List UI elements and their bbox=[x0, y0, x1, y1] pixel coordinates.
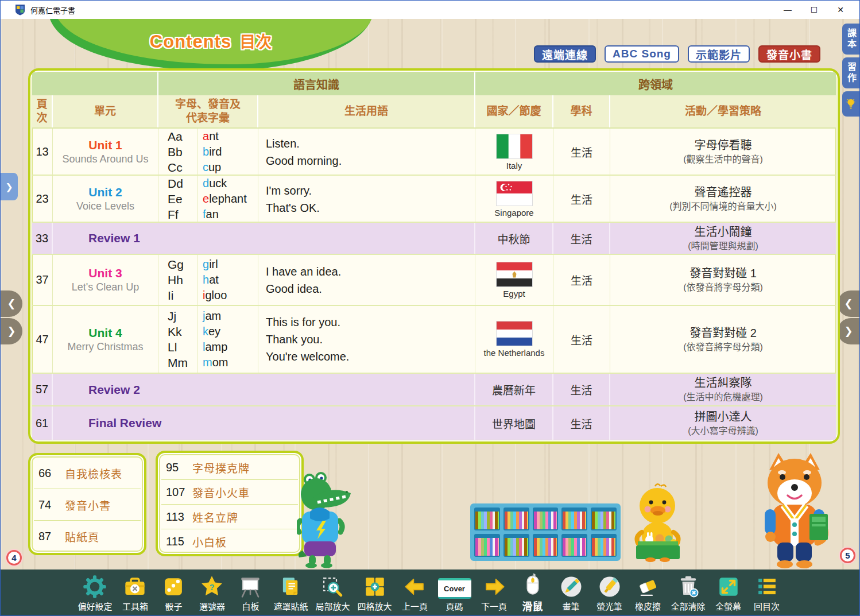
toolbar-item-mask-sticker[interactable]: 遮罩貼紙 bbox=[272, 574, 309, 612]
toolbar-item-label: 局部放大 bbox=[315, 600, 350, 612]
toolbar-item-number-picker[interactable]: ?選號器 bbox=[195, 574, 228, 612]
mouse-icon bbox=[521, 572, 545, 597]
page-badge-right: 5 bbox=[840, 548, 855, 563]
phonics-book-button[interactable]: 發音小書 bbox=[758, 45, 820, 63]
app-window: 何嘉仁電子書 — ☐ ✕ Contents目次 遠端連線ABC Song示範影片… bbox=[0, 0, 860, 616]
shiba-dog-mascot bbox=[749, 452, 840, 569]
top-button-row: 遠端連線ABC Song示範影片發音小書 bbox=[534, 45, 820, 63]
star-question-icon: ? bbox=[200, 574, 224, 599]
crocodile-mascot bbox=[297, 464, 355, 569]
arrow-left-icon bbox=[403, 574, 427, 599]
arrow-right-icon bbox=[482, 574, 506, 599]
cell-festival: 農曆新年 bbox=[475, 374, 553, 405]
unit-title: Unit 2 bbox=[53, 185, 158, 199]
bookshelf-illustration bbox=[470, 503, 621, 561]
side-tab-hint[interactable] bbox=[842, 91, 859, 117]
toolbar-item-toolbox[interactable]: 工具箱 bbox=[118, 574, 152, 612]
word: jam bbox=[203, 308, 258, 324]
svg-text:?: ? bbox=[210, 582, 215, 591]
side-tab-workbook[interactable]: 習作 bbox=[842, 57, 859, 88]
toolbar-item-eraser[interactable]: 橡皮擦 bbox=[632, 574, 665, 612]
appendix-label: 發音小書 bbox=[65, 497, 111, 513]
word: lamp bbox=[203, 339, 258, 355]
remote-connect-button[interactable]: 遠端連線 bbox=[534, 45, 596, 63]
toolbar-item-prev-page[interactable]: 上一頁 bbox=[398, 574, 432, 612]
word: fan bbox=[203, 207, 258, 222]
toolbar-item-area-zoom[interactable]: 局部放大 bbox=[314, 574, 351, 612]
phrase-line: I have an idea. bbox=[266, 263, 475, 280]
review-title: Final Review bbox=[53, 406, 475, 440]
review-title: Review 1 bbox=[53, 223, 475, 254]
prev-page-edge-button-right[interactable]: ❮ bbox=[838, 290, 859, 317]
toolbar-item-pen[interactable]: 畫筆 bbox=[555, 574, 588, 612]
cell-page-number: 37 bbox=[32, 255, 53, 305]
word: elephant bbox=[203, 191, 258, 207]
italy-flag-icon bbox=[496, 134, 533, 159]
close-button[interactable]: ✕ bbox=[827, 2, 854, 18]
toolbar-item-preferences[interactable]: 偏好設定 bbox=[76, 574, 113, 612]
word: girl bbox=[203, 257, 258, 272]
page-canvas: Contents目次 遠端連線ABC Song示範影片發音小書 課本習作 ❯ ❮… bbox=[1, 19, 859, 569]
toolbar-item-dice[interactable]: 骰子 bbox=[157, 574, 190, 612]
appendix-box-1: 66自我檢核表74發音小書87貼紙頁 bbox=[28, 453, 146, 555]
easel-icon bbox=[238, 574, 262, 599]
toolbar-item-next-page[interactable]: 下一頁 bbox=[478, 574, 511, 612]
letter-pair: Cc bbox=[168, 160, 197, 175]
toolbar-item-page-number[interactable]: Cover頁碼 bbox=[437, 574, 472, 612]
toolbar-item-label: 回目次 bbox=[754, 600, 780, 612]
toolbar-item-back-to-contents[interactable]: 回目次 bbox=[750, 574, 784, 612]
maximize-button[interactable]: ☐ bbox=[801, 2, 827, 18]
cell-activity: 發音對對碰 1(依發音將字母分類) bbox=[610, 255, 836, 305]
activity-title: 生活糾察隊 bbox=[695, 375, 752, 390]
toolbar-item-label: 白板 bbox=[242, 600, 259, 612]
pen-icon bbox=[559, 574, 583, 599]
cell-words: duckelephantfan bbox=[197, 176, 258, 222]
toolbar-item-label: 全螢幕 bbox=[715, 600, 741, 612]
appendix-page-number: 74 bbox=[38, 498, 65, 512]
toolbar-item-label: 四格放大 bbox=[358, 600, 392, 612]
letter-pair: Ii bbox=[168, 288, 197, 303]
activity-note: (大小寫字母辨識) bbox=[688, 424, 758, 437]
toolbar-item-fullscreen[interactable]: 全螢幕 bbox=[712, 574, 745, 612]
unit-title: Unit 3 bbox=[53, 266, 158, 280]
minimize-button[interactable]: — bbox=[774, 2, 801, 18]
abc-song-button[interactable]: ABC Song bbox=[605, 45, 679, 63]
column-header-page: 頁次 bbox=[32, 95, 53, 127]
toolbar-item-highlighter[interactable]: 螢光筆 bbox=[593, 574, 626, 612]
unit-title: Unit 4 bbox=[53, 326, 158, 340]
activity-note: (依發音將字母分類) bbox=[683, 281, 763, 294]
letter-pair: Mm bbox=[168, 355, 197, 370]
appendix-row: 115小白板 bbox=[161, 529, 298, 554]
toolbar-item-quad-zoom[interactable]: 四格放大 bbox=[357, 574, 393, 612]
activity-title: 發音對對碰 2 bbox=[689, 326, 757, 340]
toolbar-item-label: 上一頁 bbox=[402, 600, 428, 612]
side-tab-textbook[interactable]: 課本 bbox=[842, 24, 859, 55]
toolbar-item-label: 遮罩貼紙 bbox=[273, 600, 308, 612]
expand-panel-tab[interactable]: ❯ bbox=[1, 173, 18, 200]
prev-page-edge-button-left[interactable]: ❮ bbox=[1, 290, 22, 317]
cell-country: Italy bbox=[475, 129, 553, 175]
cell-letters: JjKkLlMm bbox=[158, 306, 197, 373]
activity-note: (觀察生活中的聲音) bbox=[683, 153, 763, 166]
toolbar-item-whiteboard[interactable]: 白板 bbox=[234, 574, 267, 612]
letter-pair: Hh bbox=[168, 272, 197, 288]
dice-icon bbox=[161, 574, 185, 599]
egypt-flag-icon bbox=[496, 262, 533, 287]
appendix-label: 小白板 bbox=[192, 534, 227, 549]
unit-subtitle: Merry Christmas bbox=[53, 341, 158, 353]
activity-title: 生活小鬧鐘 bbox=[695, 224, 752, 239]
duck-mascot bbox=[627, 482, 688, 562]
toolbar-item-clear-all[interactable]: 全部清除 bbox=[670, 574, 707, 612]
bottom-toolbar: 偏好設定工具箱骰子?選號器白板遮罩貼紙局部放大四格放大上一頁Cover頁碼下一頁… bbox=[1, 569, 859, 615]
country-label: Singapore bbox=[494, 208, 533, 218]
cell-festival: 世界地圖 bbox=[475, 406, 553, 440]
next-page-edge-button-right[interactable]: ❯ bbox=[838, 318, 859, 344]
demo-video-button[interactable]: 示範影片 bbox=[688, 45, 750, 63]
window-title: 何嘉仁電子書 bbox=[30, 5, 75, 16]
cell-letters: DdEeFf bbox=[158, 176, 197, 222]
toolbar-item-mouse[interactable]: 滑鼠 bbox=[516, 572, 549, 613]
cell-phrases: I'm sorry.That's OK. bbox=[258, 176, 475, 222]
next-page-edge-button-left[interactable]: ❯ bbox=[1, 318, 22, 344]
cell-activity: 字母停看聽(觀察生活中的聲音) bbox=[610, 129, 836, 175]
review-title: Review 2 bbox=[53, 374, 475, 405]
